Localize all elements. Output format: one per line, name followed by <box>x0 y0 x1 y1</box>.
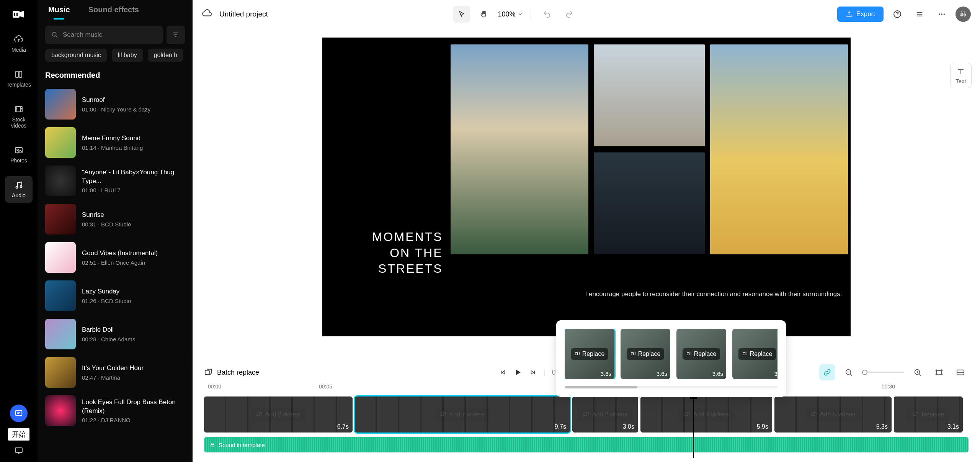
pointer-tool[interactable] <box>453 6 470 23</box>
music-title: "Anyone"- Lil Baby×Young Thug Type... <box>82 168 185 185</box>
skip-forward-icon[interactable] <box>529 369 536 376</box>
replace-slot[interactable]: Replace 3.6s <box>676 329 726 379</box>
svg-rect-32 <box>211 444 214 447</box>
timeline-clip[interactable]: Add 5 videos 5.3s <box>774 396 892 433</box>
replace-slot[interactable]: Replace 3. <box>732 329 777 379</box>
slot-duration: 3.6s <box>657 370 667 377</box>
rail-photos[interactable]: Photos <box>5 141 33 168</box>
svg-point-16 <box>944 13 945 15</box>
music-item[interactable]: Sunrise 00:31 · BCD Studio <box>45 200 185 238</box>
svg-point-9 <box>20 185 22 187</box>
link-toggle[interactable] <box>819 364 835 380</box>
ruler-tick: 00:05 <box>319 383 332 390</box>
app-logo[interactable] <box>11 6 27 22</box>
timeline-clip[interactable]: Add 7 videos 9.7s <box>355 396 570 433</box>
help-button[interactable] <box>889 6 906 23</box>
music-item[interactable]: Sunroof 01:00 · Nicky Youre & dazy <box>45 85 185 123</box>
svg-point-7 <box>17 149 18 151</box>
zoom-out-icon <box>844 368 853 377</box>
svg-rect-10 <box>16 411 22 416</box>
timeline-clip[interactable]: Add 2 videos 6.7s <box>204 396 353 433</box>
batch-replace-button[interactable]: Batch replace <box>204 368 259 377</box>
cloud-sync-icon[interactable] <box>202 9 212 19</box>
zoom-out[interactable] <box>841 364 857 380</box>
tab-music[interactable]: Music <box>48 5 70 20</box>
chip[interactable]: golden h <box>148 49 183 62</box>
music-subtitle: 01:26 · BCD Studio <box>82 298 131 304</box>
search-icon <box>51 31 58 38</box>
zoom-in-icon <box>913 368 922 377</box>
music-title: Meme Funny Sound <box>82 134 143 143</box>
album-cover <box>45 127 76 158</box>
replace-slot[interactable]: Replace 3.6s <box>565 329 614 379</box>
link-icon <box>823 368 831 377</box>
skip-back-icon[interactable] <box>500 369 506 376</box>
layers-button[interactable] <box>911 6 928 23</box>
timeline-clip[interactable]: Add 2 videos 3.0s <box>572 396 638 433</box>
tab-sound-effects[interactable]: Sound effects <box>88 5 139 20</box>
feedback-button[interactable] <box>10 405 28 422</box>
export-button[interactable]: Export <box>837 7 884 22</box>
replace-slot[interactable]: Replace 3.6s <box>621 329 670 379</box>
popup-scrollbar[interactable] <box>565 386 777 388</box>
rail-templates[interactable]: Templates <box>5 66 33 92</box>
music-item[interactable]: "Anyone"- Lil Baby×Young Thug Type... 01… <box>45 162 185 200</box>
pointer-icon <box>458 10 466 18</box>
start-badge[interactable]: 开始 <box>8 428 29 441</box>
rail-media[interactable]: Media <box>5 31 33 57</box>
svg-rect-24 <box>936 370 941 374</box>
svg-rect-4 <box>19 71 22 77</box>
music-subtitle: 02:47 · Martina <box>82 374 144 381</box>
album-cover <box>45 319 76 349</box>
album-cover <box>45 280 76 311</box>
search-input[interactable] <box>63 31 157 39</box>
music-item[interactable]: Barbie Doll 00:28 · Chloe Adams <box>45 315 185 353</box>
video-preview[interactable]: MOMENTS ON THE STREETS I encourage peopl… <box>322 38 851 336</box>
slot-duration: 3.6s <box>601 370 611 377</box>
undo-button[interactable] <box>539 6 555 23</box>
zoom-slider[interactable] <box>862 372 904 373</box>
svg-rect-0 <box>13 11 20 18</box>
text-properties-panel[interactable]: Text <box>950 63 972 88</box>
more-button[interactable] <box>933 6 950 23</box>
music-item[interactable]: Meme Funny Sound 01:14 · Manhoa Bintang <box>45 123 185 162</box>
preview-area: MOMENTS ON THE STREETS I encourage peopl… <box>193 28 980 361</box>
filter-button[interactable] <box>167 26 185 44</box>
fit-button[interactable] <box>931 364 947 380</box>
clip-duration: 6.7s <box>337 423 349 430</box>
user-avatar[interactable]: 韩 <box>956 7 971 22</box>
timeline-clip[interactable]: Replace 3.1s <box>894 396 963 433</box>
music-item[interactable]: Lazy Sunday 01:26 · BCD Studio <box>45 277 185 315</box>
timeline-clip[interactable]: Add 4 videos 5.9s <box>640 396 772 433</box>
chip[interactable]: background music <box>45 49 107 62</box>
playhead[interactable] <box>693 396 694 458</box>
music-item[interactable]: Look Eyes Full Drop Bass Beton (Remix) 0… <box>45 392 185 430</box>
search-music[interactable] <box>45 26 163 44</box>
expand-button[interactable] <box>952 364 969 380</box>
rail-stock-videos[interactable]: Stock videos <box>5 100 33 133</box>
svg-point-8 <box>16 186 18 188</box>
music-item[interactable]: It's Your Golden Hour 02:47 · Martina <box>45 353 185 392</box>
rail-label: Audio <box>12 192 26 199</box>
zoom-in[interactable] <box>910 364 926 380</box>
zoom-display[interactable]: 100% <box>498 10 523 18</box>
music-title: Sunroof <box>82 96 150 104</box>
album-cover <box>45 89 76 120</box>
play-icon[interactable] <box>513 368 523 377</box>
hand-tool[interactable] <box>475 6 492 23</box>
chat-icon[interactable] <box>14 447 23 454</box>
zoom-value: 100% <box>498 10 515 18</box>
chip[interactable]: lil baby <box>112 49 143 62</box>
audio-track[interactable]: Sound in template <box>204 437 969 452</box>
music-item[interactable]: Good Vibes (Instrumental) 02:51 · Ellen … <box>45 238 185 277</box>
export-icon <box>846 11 853 18</box>
left-rail: Media Templates Stock videos Photos Audi… <box>0 0 38 462</box>
redo-button[interactable] <box>561 6 578 23</box>
rail-audio[interactable]: Audio <box>5 176 33 203</box>
project-title[interactable]: Untitled project <box>219 10 268 18</box>
svg-rect-11 <box>15 448 22 452</box>
cloud-upload-icon <box>14 34 24 44</box>
music-title: Barbie Doll <box>82 326 135 334</box>
album-cover <box>45 357 76 388</box>
clip-duration: 5.9s <box>757 423 768 430</box>
